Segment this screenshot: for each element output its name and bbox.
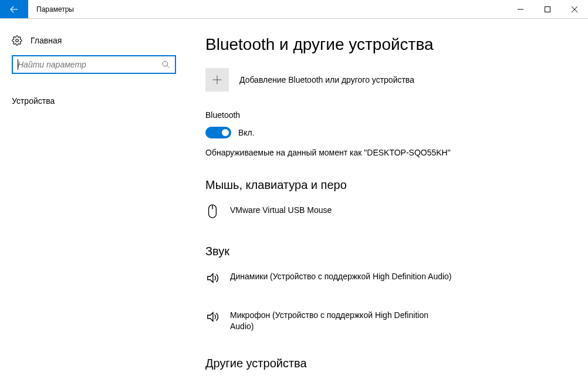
minimize-icon	[518, 6, 523, 12]
add-device-row[interactable]: Добавление Bluetooth или другого устройс…	[205, 68, 565, 92]
discoverable-text: Обнаруживаемые на данный момент как "DES…	[205, 148, 565, 157]
speaker-icon	[205, 270, 219, 286]
search-input[interactable]	[18, 60, 161, 69]
bluetooth-state-label: Вкл.	[238, 128, 255, 137]
group-heading-sound: Звук	[205, 245, 565, 258]
device-row-mic[interactable]: Микрофон (Устройство с поддержкой High D…	[205, 305, 565, 351]
sidebar-category-devices[interactable]: Устройства	[12, 96, 176, 106]
main-content: Bluetooth и другие устройства Добавление…	[188, 19, 588, 389]
speaker-icon	[205, 309, 219, 325]
home-link[interactable]: Главная	[12, 29, 176, 52]
svg-line-7	[167, 66, 169, 68]
mouse-icon	[205, 204, 219, 220]
device-row-speakers[interactable]: Динамики (Устройство с поддержкой High D…	[205, 266, 565, 305]
search-box[interactable]	[12, 55, 176, 74]
plus-icon	[211, 74, 223, 86]
svg-point-5	[16, 39, 19, 42]
page-title: Bluetooth и другие устройства	[205, 35, 565, 54]
add-device-label: Добавление Bluetooth или другого устройс…	[239, 75, 414, 84]
bluetooth-toggle[interactable]	[205, 127, 231, 138]
sidebar: Главная Устройства	[0, 19, 188, 389]
titlebar: Параметры	[0, 0, 588, 19]
window-controls	[507, 0, 588, 18]
svg-marker-13	[208, 313, 213, 322]
group-heading-mouse: Мышь, клавиатура и перо	[205, 178, 565, 192]
add-device-button[interactable]	[205, 68, 229, 92]
maximize-button[interactable]	[534, 0, 561, 18]
minimize-button[interactable]	[507, 0, 534, 18]
device-name: Динамики (Устройство с поддержкой High D…	[230, 270, 452, 282]
back-button[interactable]	[0, 0, 28, 18]
svg-marker-12	[208, 274, 213, 283]
group-heading-other: Другие устройства	[205, 357, 565, 370]
search-icon	[161, 60, 170, 69]
window-title: Параметры	[28, 0, 74, 18]
maximize-icon	[545, 6, 550, 12]
device-name: Микрофон (Устройство с поддержкой High D…	[230, 309, 453, 332]
home-label: Главная	[31, 36, 62, 45]
gear-icon	[12, 35, 22, 46]
svg-rect-2	[545, 6, 550, 12]
bluetooth-heading: Bluetooth	[205, 110, 565, 120]
device-name: VMware Virtual USB Mouse	[230, 204, 332, 216]
close-button[interactable]	[561, 0, 588, 18]
back-arrow-icon	[9, 4, 19, 15]
toggle-knob	[222, 129, 229, 136]
text-caret	[18, 59, 18, 70]
device-row-mouse[interactable]: VMware Virtual USB Mouse	[205, 200, 565, 235]
close-icon	[572, 6, 577, 12]
svg-point-6	[163, 61, 168, 66]
